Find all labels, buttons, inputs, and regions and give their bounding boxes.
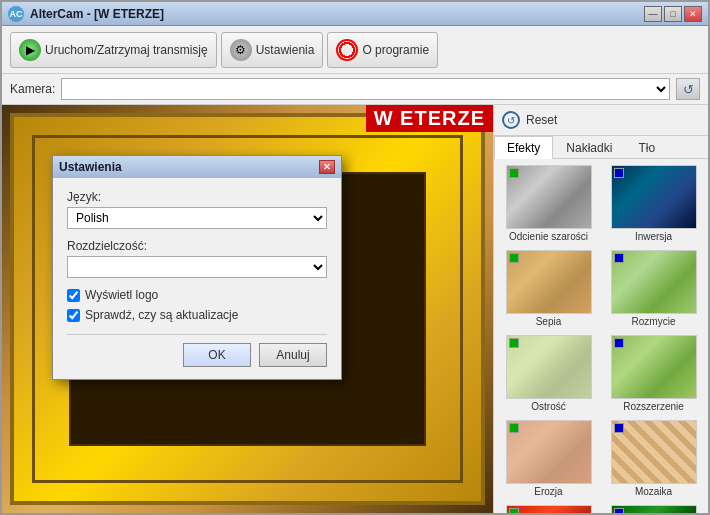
effect-thumb-sharpen [506,335,592,399]
effect-indicator-mosaic [614,423,624,433]
reset-bar: ↺ Reset [494,105,708,136]
effect-thumb-erosion [506,420,592,484]
effect-indicator-green [614,508,624,513]
effect-item-mosaic[interactable]: Mozaika [603,418,704,499]
effect-label-blur: Rozmycie [632,316,676,327]
window-controls: — □ ✕ [644,6,702,22]
camera-row: Kamera: ↺ [2,74,708,105]
effect-item-expand[interactable]: Rozszerzenie [603,333,704,414]
effect-thumb-blur [611,250,697,314]
effect-indicator-grayscale [509,168,519,178]
right-panel: ↺ Reset Efekty Nakładki Tło Odcienie sza… [493,105,708,513]
minimize-button[interactable]: — [644,6,662,22]
maximize-button[interactable]: □ [664,6,682,22]
main-content: W ETERZE Ustawienia ✕ Język: Polish Rozd… [2,105,708,513]
effect-label-mosaic: Mozaika [635,486,672,497]
effect-label-sharpen: Ostrość [531,401,565,412]
about-button[interactable]: O programie [327,32,438,68]
tab-overlays[interactable]: Nakładki [553,136,625,159]
resolution-label: Rozdzielczość: [67,239,327,253]
effect-item-sepia[interactable]: Sepia [498,248,599,329]
check-updates-row: Sprawdź, czy są aktualizacje [67,308,327,322]
dialog-buttons: OK Anuluj [67,334,327,367]
dialog-body: Język: Polish Rozdzielczość: Wyświetl lo… [53,178,341,379]
effect-thumb-grayscale [506,165,592,229]
effect-item-green[interactable]: Zielony świat [603,503,704,513]
settings-button[interactable]: ⚙ Ustawienia [221,32,324,68]
show-logo-checkbox[interactable] [67,289,80,302]
settings-icon: ⚙ [230,39,252,61]
reset-icon: ↺ [502,111,520,129]
effect-label-invert: Inwersja [635,231,672,242]
check-updates-checkbox[interactable] [67,309,80,322]
effect-label-sepia: Sepia [536,316,562,327]
show-logo-label[interactable]: Wyświetl logo [85,288,158,302]
effect-indicator-red [509,508,519,513]
effect-thumb-red [506,505,592,513]
window-title: AlterCam - [W ETERZE] [30,7,164,21]
effects-scroll[interactable]: Odcienie szarościInwersjaSepiaRozmycieOs… [494,159,708,513]
resolution-select[interactable] [67,256,327,278]
effect-label-expand: Rozszerzenie [623,401,684,412]
camera-refresh-button[interactable]: ↺ [676,78,700,100]
effect-thumb-mosaic [611,420,697,484]
tab-background[interactable]: Tło [625,136,668,159]
effect-thumb-expand [611,335,697,399]
effect-indicator-sepia [509,253,519,263]
effect-thumb-invert [611,165,697,229]
effect-label-grayscale: Odcienie szarości [509,231,588,242]
title-bar-left: AC AlterCam - [W ETERZE] [8,6,164,22]
watermark-banner: W ETERZE [366,105,493,132]
effect-item-grayscale[interactable]: Odcienie szarości [498,163,599,244]
dialog-titlebar: Ustawienia ✕ [53,156,341,178]
language-select[interactable]: Polish [67,207,327,229]
effect-indicator-erosion [509,423,519,433]
effect-item-red[interactable]: Czerwony świat [498,503,599,513]
cancel-button[interactable]: Anuluj [259,343,327,367]
tabs-row: Efekty Nakładki Tło [494,136,708,159]
camera-label: Kamera: [10,82,55,96]
effect-item-blur[interactable]: Rozmycie [603,248,704,329]
about-label: O programie [362,43,429,57]
ok-button[interactable]: OK [183,343,251,367]
start-stop-button[interactable]: ▶ Uruchom/Zatrzymaj transmisję [10,32,217,68]
app-icon: AC [8,6,24,22]
check-updates-label[interactable]: Sprawdź, czy są aktualizacje [85,308,238,322]
start-stop-label: Uruchom/Zatrzymaj transmisję [45,43,208,57]
title-bar: AC AlterCam - [W ETERZE] — □ ✕ [2,2,708,26]
effect-item-sharpen[interactable]: Ostrość [498,333,599,414]
effect-indicator-invert [614,168,624,178]
tab-effects[interactable]: Efekty [494,136,553,159]
start-stop-icon: ▶ [19,39,41,61]
dialog-close-button[interactable]: ✕ [319,160,335,174]
effect-thumb-green [611,505,697,513]
settings-label: Ustawienia [256,43,315,57]
reset-button[interactable]: Reset [526,113,557,127]
effect-item-invert[interactable]: Inwersja [603,163,704,244]
settings-dialog: Ustawienia ✕ Język: Polish Rozdzielczość… [52,155,342,380]
effect-thumb-sepia [506,250,592,314]
effect-indicator-expand [614,338,624,348]
effect-indicator-blur [614,253,624,263]
show-logo-row: Wyświetl logo [67,288,327,302]
camera-select[interactable] [61,78,670,100]
effect-indicator-sharpen [509,338,519,348]
effect-item-erosion[interactable]: Erozja [498,418,599,499]
dialog-title: Ustawienia [59,160,122,174]
close-button[interactable]: ✕ [684,6,702,22]
language-label: Język: [67,190,327,204]
toolbar: ▶ Uruchom/Zatrzymaj transmisję ⚙ Ustawie… [2,26,708,74]
effect-label-erosion: Erozja [534,486,562,497]
effects-grid: Odcienie szarościInwersjaSepiaRozmycieOs… [498,163,704,513]
camera-view: W ETERZE Ustawienia ✕ Język: Polish Rozd… [2,105,493,513]
lifesaver-icon [336,39,358,61]
main-window: AC AlterCam - [W ETERZE] — □ ✕ ▶ Uruchom… [0,0,710,515]
